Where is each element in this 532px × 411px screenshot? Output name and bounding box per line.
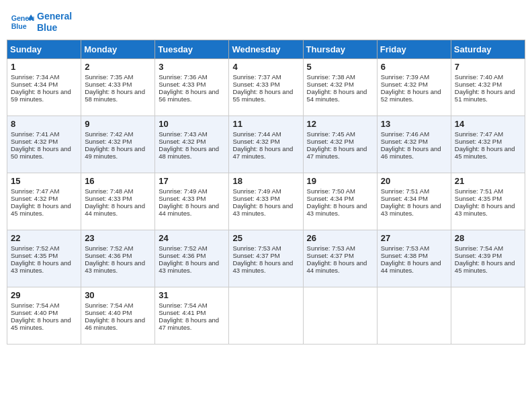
- day-number: 21: [455, 176, 521, 186]
- day-number: 10: [159, 119, 225, 129]
- day-number: 22: [11, 233, 77, 243]
- day-number: 6: [381, 62, 447, 72]
- daylight-label: Daylight: 8 hours and 47 minutes.: [307, 145, 367, 160]
- calendar-cell: 1Sunrise: 7:34 AMSunset: 4:34 PMDaylight…: [7, 59, 81, 116]
- week-row: 1Sunrise: 7:34 AMSunset: 4:34 PMDaylight…: [7, 59, 525, 116]
- calendar-cell: 29Sunrise: 7:54 AMSunset: 4:40 PMDayligh…: [7, 287, 81, 345]
- daylight-label: Daylight: 8 hours and 47 minutes.: [159, 316, 219, 331]
- sunset-label: Sunset: 4:32 PM: [11, 138, 58, 145]
- calendar-cell: 9Sunrise: 7:42 AMSunset: 4:32 PMDaylight…: [81, 116, 155, 173]
- daylight-label: Daylight: 8 hours and 58 minutes.: [85, 88, 145, 103]
- calendar-cell: 5Sunrise: 7:38 AMSunset: 4:32 PMDaylight…: [303, 59, 377, 116]
- sunset-label: Sunset: 4:32 PM: [85, 138, 132, 145]
- day-number: 2: [85, 62, 151, 72]
- day-number: 3: [159, 62, 225, 72]
- logo-text: GeneralBlue: [37, 11, 72, 34]
- sunset-label: Sunset: 4:34 PM: [307, 195, 354, 202]
- sunrise-label: Sunrise: 7:44 AM: [232, 130, 281, 138]
- daylight-label: Daylight: 8 hours and 51 minutes.: [455, 88, 515, 103]
- sunset-label: Sunset: 4:32 PM: [232, 138, 279, 145]
- sunrise-label: Sunrise: 7:53 AM: [232, 244, 281, 252]
- calendar-cell: [377, 287, 451, 345]
- calendar-cell: 26Sunrise: 7:53 AMSunset: 4:37 PMDayligh…: [303, 230, 377, 287]
- calendar-cell: 19Sunrise: 7:50 AMSunset: 4:34 PMDayligh…: [303, 173, 377, 230]
- calendar-cell: 28Sunrise: 7:54 AMSunset: 4:39 PMDayligh…: [451, 230, 525, 287]
- day-number: 5: [307, 62, 373, 72]
- sunset-label: Sunset: 4:41 PM: [159, 309, 206, 316]
- daylight-label: Daylight: 8 hours and 45 minutes.: [455, 145, 515, 160]
- sunrise-label: Sunrise: 7:54 AM: [455, 244, 503, 252]
- day-number: 4: [232, 62, 299, 72]
- daylight-label: Daylight: 8 hours and 56 minutes.: [159, 88, 219, 103]
- sunrise-label: Sunrise: 7:54 AM: [159, 302, 207, 309]
- daylight-label: Daylight: 8 hours and 49 minutes.: [85, 145, 145, 160]
- sunset-label: Sunset: 4:40 PM: [11, 309, 58, 316]
- logo-icon: General Blue: [10, 10, 34, 34]
- sunset-label: Sunset: 4:32 PM: [307, 138, 354, 145]
- sunrise-label: Sunrise: 7:39 AM: [381, 73, 429, 81]
- sunrise-label: Sunrise: 7:34 AM: [11, 73, 59, 81]
- calendar-cell: 22Sunrise: 7:52 AMSunset: 4:35 PMDayligh…: [7, 230, 81, 287]
- daylight-label: Daylight: 8 hours and 43 minutes.: [232, 259, 293, 274]
- day-number: 27: [381, 233, 447, 243]
- daylight-label: Daylight: 8 hours and 43 minutes.: [85, 259, 145, 274]
- daylight-label: Daylight: 8 hours and 59 minutes.: [11, 88, 71, 103]
- sunset-label: Sunset: 4:32 PM: [455, 81, 502, 88]
- sunrise-label: Sunrise: 7:49 AM: [232, 187, 281, 195]
- day-number: 28: [455, 233, 521, 243]
- sunset-label: Sunset: 4:32 PM: [455, 138, 502, 145]
- calendar-cell: 31Sunrise: 7:54 AMSunset: 4:41 PMDayligh…: [155, 287, 229, 345]
- calendar-cell: 4Sunrise: 7:37 AMSunset: 4:33 PMDaylight…: [229, 59, 303, 116]
- daylight-label: Daylight: 8 hours and 55 minutes.: [232, 88, 293, 103]
- day-number: 17: [159, 176, 225, 186]
- calendar-cell: 18Sunrise: 7:49 AMSunset: 4:33 PMDayligh…: [229, 173, 303, 230]
- daylight-label: Daylight: 8 hours and 44 minutes.: [307, 259, 367, 274]
- daylight-label: Daylight: 8 hours and 46 minutes.: [381, 145, 441, 160]
- day-number: 7: [455, 62, 521, 72]
- day-number: 20: [381, 176, 447, 186]
- sunrise-label: Sunrise: 7:48 AM: [85, 187, 133, 195]
- day-number: 16: [85, 176, 151, 186]
- sunrise-label: Sunrise: 7:54 AM: [85, 302, 133, 309]
- daylight-label: Daylight: 8 hours and 45 minutes.: [11, 316, 71, 331]
- calendar-cell: 16Sunrise: 7:48 AMSunset: 4:33 PMDayligh…: [81, 173, 155, 230]
- calendar-cell: 24Sunrise: 7:52 AMSunset: 4:36 PMDayligh…: [155, 230, 229, 287]
- day-number: 1: [11, 62, 77, 72]
- calendar-cell: 8Sunrise: 7:41 AMSunset: 4:32 PMDaylight…: [7, 116, 81, 173]
- sunset-label: Sunset: 4:36 PM: [159, 252, 206, 259]
- calendar-cell: [229, 287, 303, 345]
- daylight-label: Daylight: 8 hours and 43 minutes.: [455, 202, 515, 217]
- day-number: 30: [85, 290, 151, 300]
- sunrise-label: Sunrise: 7:53 AM: [307, 244, 355, 252]
- sunrise-label: Sunrise: 7:49 AM: [159, 187, 207, 195]
- sunset-label: Sunset: 4:32 PM: [307, 81, 354, 88]
- weekday-header: Wednesday: [229, 40, 303, 59]
- day-number: 14: [455, 119, 521, 129]
- sunrise-label: Sunrise: 7:52 AM: [159, 244, 207, 252]
- calendar-cell: [451, 287, 525, 345]
- sunset-label: Sunset: 4:32 PM: [381, 138, 428, 145]
- sunrise-label: Sunrise: 7:42 AM: [85, 130, 133, 138]
- daylight-label: Daylight: 8 hours and 44 minutes.: [85, 202, 145, 217]
- day-number: 24: [159, 233, 225, 243]
- sunset-label: Sunset: 4:34 PM: [11, 81, 58, 88]
- sunrise-label: Sunrise: 7:36 AM: [159, 73, 207, 81]
- day-number: 29: [11, 290, 77, 300]
- sunset-label: Sunset: 4:33 PM: [232, 195, 279, 202]
- week-row: 8Sunrise: 7:41 AMSunset: 4:32 PMDaylight…: [7, 116, 525, 173]
- sunset-label: Sunset: 4:32 PM: [381, 81, 428, 88]
- sunset-label: Sunset: 4:35 PM: [455, 195, 502, 202]
- sunrise-label: Sunrise: 7:47 AM: [11, 187, 59, 195]
- sunset-label: Sunset: 4:34 PM: [381, 195, 428, 202]
- sunrise-label: Sunrise: 7:51 AM: [455, 187, 503, 195]
- sunset-label: Sunset: 4:39 PM: [455, 252, 502, 259]
- calendar-cell: 2Sunrise: 7:35 AMSunset: 4:33 PMDaylight…: [81, 59, 155, 116]
- daylight-label: Daylight: 8 hours and 43 minutes.: [232, 202, 293, 217]
- day-number: 15: [11, 176, 77, 186]
- day-number: 25: [232, 233, 299, 243]
- day-number: 23: [85, 233, 151, 243]
- calendar-cell: 17Sunrise: 7:49 AMSunset: 4:33 PMDayligh…: [155, 173, 229, 230]
- sunrise-label: Sunrise: 7:37 AM: [232, 73, 281, 81]
- calendar-cell: 6Sunrise: 7:39 AMSunset: 4:32 PMDaylight…: [377, 59, 451, 116]
- sunset-label: Sunset: 4:32 PM: [11, 195, 58, 202]
